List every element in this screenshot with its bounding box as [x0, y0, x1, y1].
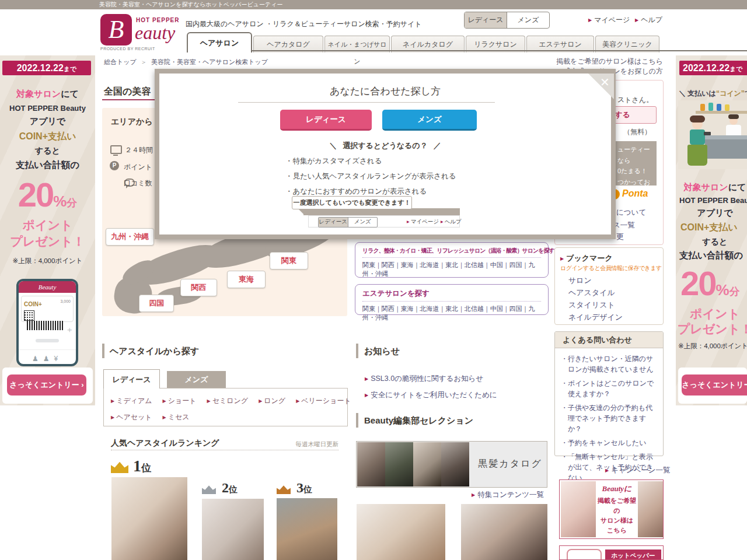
section-accent-bar	[102, 344, 104, 358]
banner-text: Beautyに 掲載をご希望の サロン様は こちら	[596, 484, 638, 536]
region-button-kanto[interactable]: 関東	[270, 252, 308, 270]
help-link[interactable]: ヘルプ	[635, 15, 662, 25]
register-free-label[interactable]: （無料）	[623, 127, 651, 137]
promo-line: ューティーなら	[617, 144, 657, 166]
section-accent-bar	[356, 344, 358, 358]
ranking-1-photo[interactable]	[111, 477, 187, 560]
feature-photo-1[interactable]	[357, 504, 445, 560]
banner-photo-right	[638, 481, 663, 537]
gender-toggle-mens[interactable]: メンズ	[507, 12, 549, 28]
ad-percent-mark: %	[716, 281, 729, 299]
link-short[interactable]: ショート	[163, 397, 197, 405]
hairstyle-tab-mens[interactable]: メンズ	[167, 371, 226, 388]
entry-button-right[interactable]: さっそくエントリー	[682, 374, 747, 396]
breadcrumb-home[interactable]: 総合トップ	[104, 58, 137, 65]
mini-toggle-mens: メンズ	[348, 218, 378, 227]
este-region-links[interactable]: 関東｜関西｜東海｜北海道｜東北｜北信越｜中国｜四国｜九州・沖縄	[362, 304, 541, 322]
bookmark-naildesign[interactable]: ネイルデザイン	[568, 312, 623, 323]
hairstyle-section-title: ヘアスタイルから探す	[110, 346, 199, 357]
region-button-kyushu[interactable]: 九州・沖縄	[106, 228, 154, 246]
sidebar-link-fragment[interactable]: ス一覧	[613, 220, 635, 230]
ad-target: 対象サロン	[684, 182, 728, 192]
sidebar-link-fragment[interactable]: について	[616, 208, 646, 218]
gender-toggle-ladies[interactable]: レディース	[465, 12, 507, 28]
faq-item[interactable]: 行きたいサロン・近隣のサロンが掲載されていません	[561, 354, 658, 374]
faq-item[interactable]: ポイントはどこのサロンで使えますか？	[561, 378, 658, 399]
sidebar-link-fragment[interactable]: 更	[616, 232, 624, 242]
breadcrumb-separator: ＞	[141, 58, 147, 65]
page-title: 全国の美容	[104, 86, 151, 98]
hairstyle-tab-ladies[interactable]: レディース	[103, 369, 160, 388]
phone-coin-logo: COIN+	[24, 301, 42, 307]
ad-limit-line: ※上限：4,000ポイント	[677, 342, 747, 351]
region-button-tokai[interactable]: 東海	[227, 271, 266, 288]
ad-point-line: ポイント	[677, 306, 747, 322]
salon-counter-illustration	[678, 100, 747, 169]
feature-photo-2[interactable]	[461, 504, 547, 560]
close-icon[interactable]: ✕	[600, 75, 610, 89]
tab-hair-salon[interactable]: ヘアサロン	[187, 32, 252, 52]
bookmark-hairstyle[interactable]: ヘアスタイル	[568, 288, 615, 298]
campaign-list-link[interactable]: キャンペーン一覧	[605, 466, 671, 475]
modal-tooltip: 一度選択してもいつでも変更できます！	[292, 196, 412, 209]
mypage-link[interactable]: マイページ	[588, 15, 630, 25]
app-banner[interactable]: ホットペッパー ビューティーの	[559, 545, 664, 560]
link-veryshort[interactable]: ベリーショート	[296, 397, 351, 405]
feature-contents-link[interactable]: 特集コンテンツ一覧	[472, 490, 547, 500]
rank-1-num: 1	[133, 457, 141, 475]
link-semilong[interactable]: セミロング	[207, 397, 249, 405]
editorial-photo-4	[441, 442, 469, 487]
relax-salon-title[interactable]: リラク、整体・カイロ・矯正、リフレッシュサロン（温浴・酸素）サロンを探す	[362, 247, 541, 258]
right-ad-tagline: ＼ 支払いは“コイン”で	[679, 89, 747, 99]
site-catchphrase-bar: 美容院・美容室・ヘアサロンを探すならホットペッパービューティー	[0, 0, 747, 9]
link-long[interactable]: ロング	[259, 397, 285, 405]
ranking-3-photo[interactable]	[277, 498, 337, 560]
ad-percent-num: 20	[18, 176, 54, 214]
ranking-update-note: 毎週木曜日更新	[274, 440, 338, 449]
entry-button-left[interactable]: さっそくエントリー ›	[7, 374, 86, 396]
crown-gold-icon	[111, 461, 128, 473]
ad-target-line: 対象サロンにて	[0, 89, 95, 100]
salon-listing-request-link[interactable]: 掲載をご希望のサロン様はこちら	[488, 57, 663, 66]
faq-item[interactable]: 予約をキャンセルしたい	[561, 438, 658, 448]
tagline-post: で	[745, 89, 747, 97]
brand-logo[interactable]: B	[100, 14, 132, 46]
modal-title: あなたに合わせた探し方	[155, 85, 616, 98]
bookmark-stylist[interactable]: スタイリスト	[568, 300, 615, 310]
region-button-kansai[interactable]: 関西	[180, 279, 217, 296]
editorial-banner[interactable]: 黒髪カタログ	[356, 441, 547, 488]
bookmark-salon[interactable]: サロン	[568, 275, 592, 286]
modal-divider	[238, 102, 495, 103]
ad-percent-line: 20%分	[677, 264, 747, 303]
listing-request-banner[interactable]: Beautyに 掲載をご希望の サロン様は こちら	[559, 480, 664, 539]
feature-review: 口コミ数	[124, 178, 152, 188]
region-button-shikoku[interactable]: 四国	[139, 295, 174, 312]
rank-1-suffix: 位	[141, 463, 151, 474]
link-mrs[interactable]: ミセス	[163, 413, 190, 421]
ad-total-line: 支払い合計額の	[677, 250, 747, 262]
relax-region-links[interactable]: 関東｜関西｜東海｜北海道｜東北｜北信越｜中国｜四国｜九州・沖縄	[362, 261, 541, 278]
news-title: お知らせ	[364, 346, 400, 357]
feature-point: ポイント	[124, 162, 152, 172]
este-salon-title[interactable]: エステサロンを探す	[362, 289, 541, 302]
modal-ladies-button[interactable]: レディース	[280, 110, 372, 131]
ad-coin-line: COIN+支払い	[677, 222, 747, 234]
ad-percent-line: 20%分	[0, 175, 95, 214]
chevron-right-icon: ›	[81, 380, 83, 389]
faq-item[interactable]: 子供や友達の分の予約も代理でネット予約できますか？	[561, 402, 658, 434]
mini-toggle-ladies: レディース	[319, 218, 348, 227]
ad-limit-line: ※上限：4,000ポイント	[0, 257, 95, 265]
rank-3-num: 3	[296, 480, 303, 495]
modal-bullet: 特集がカスタマイズされる	[285, 156, 456, 166]
news-item-safety[interactable]: 安全にサイトをご利用いただくために	[365, 390, 497, 400]
link-medium[interactable]: ミディアム	[111, 397, 152, 405]
editorial-photo-2	[385, 442, 413, 487]
link-hairset[interactable]: ヘアセット	[111, 413, 152, 421]
app-banner-text: ホットペッパー ビューティーの	[605, 550, 661, 560]
entry-button-label: さっそくエントリー	[9, 380, 79, 389]
ranking-2-photo[interactable]	[202, 499, 264, 560]
mini-gender-toggle: レディース メンズ	[318, 217, 378, 228]
modal-mens-button[interactable]: メンズ	[382, 110, 477, 131]
area-search-title: エリアから	[111, 117, 153, 127]
news-item-ssl[interactable]: SSL3.0の脆弱性に関するお知らせ	[365, 374, 483, 384]
